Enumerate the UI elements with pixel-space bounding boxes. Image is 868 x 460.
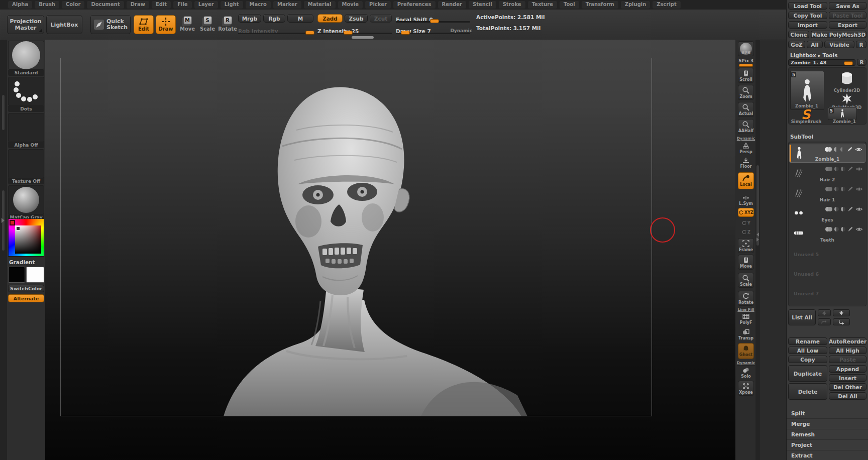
rotate-3d-button[interactable]: Rotate: [738, 291, 754, 306]
visibility-eye-icon[interactable]: [855, 147, 862, 152]
autoreorder-button[interactable]: AutoReorder: [829, 337, 866, 345]
cylinder3d-tool[interactable]: [831, 70, 863, 87]
move-down-button[interactable]: [833, 309, 850, 316]
split-section-header[interactable]: Split: [787, 408, 868, 418]
slider-knob[interactable]: [401, 31, 410, 35]
menu-layer[interactable]: Layer: [194, 1, 218, 9]
paste-tool-button[interactable]: Paste Tool: [829, 12, 866, 19]
frame-button[interactable]: Frame: [738, 238, 754, 253]
ghost-button[interactable]: Ghost: [738, 343, 754, 359]
projection-master-button[interactable]: Projection Master: [7, 15, 44, 34]
list-all-button[interactable]: List All: [788, 309, 816, 325]
edit-mode-button[interactable]: Edit: [134, 15, 154, 34]
menu-brush[interactable]: Brush: [35, 1, 59, 9]
menu-movie[interactable]: Movie: [338, 1, 363, 9]
menu-transform[interactable]: Transform: [582, 1, 618, 9]
polypaint-toggle-icon[interactable]: [825, 207, 832, 211]
mask-toggle-icon[interactable]: [841, 187, 845, 191]
goz-button[interactable]: GoZ: [788, 41, 805, 48]
goz-visible-button[interactable]: Visible: [824, 41, 854, 48]
goz-all-button[interactable]: All: [807, 41, 823, 48]
dynamic-solo-label[interactable]: Dynamic: [736, 361, 755, 365]
saturation-value-square[interactable]: [15, 225, 41, 254]
menu-macro[interactable]: Macro: [246, 1, 271, 9]
extract-section-header[interactable]: Extract: [787, 450, 868, 460]
z-intensity-slider[interactable]: Z Intensity 25: [317, 26, 392, 35]
scale-mode-button[interactable]: S Scale: [198, 16, 216, 32]
copy-tool-button[interactable]: Copy Tool: [788, 12, 827, 19]
move-mode-button[interactable]: M Move: [178, 16, 196, 32]
slider-knob[interactable]: [305, 31, 314, 35]
paint-brush-icon[interactable]: [847, 146, 853, 152]
paint-brush-icon[interactable]: [847, 206, 853, 212]
zombie-tool-thumbnail[interactable]: 5: [828, 107, 857, 120]
zadd-button[interactable]: Zadd: [317, 14, 343, 23]
delete-button[interactable]: Delete: [788, 383, 827, 400]
subtool-unused-slot[interactable]: Unused 7: [794, 291, 819, 296]
all-high-button[interactable]: All High: [829, 347, 866, 354]
slider-knob[interactable]: [844, 61, 853, 65]
lightbox-button[interactable]: LightBox: [46, 15, 82, 34]
menu-texture[interactable]: Texture: [528, 1, 557, 9]
subtool-row-hair1[interactable]: Hair 1: [789, 184, 865, 203]
append-button[interactable]: Append: [829, 365, 866, 373]
menu-draw[interactable]: Draw: [127, 1, 149, 9]
solo-button[interactable]: Solo: [738, 365, 754, 379]
nest-arrow-button[interactable]: [833, 318, 850, 325]
subtool-row-hair2[interactable]: Hair 2: [789, 164, 865, 183]
import-button[interactable]: Import: [788, 21, 827, 29]
paint-brush-icon[interactable]: [847, 226, 853, 232]
del-all-button[interactable]: Del All: [829, 392, 866, 400]
viewport-canvas[interactable]: [45, 40, 735, 460]
mask-toggle-icon[interactable]: [841, 167, 845, 171]
rotate-xyz-button[interactable]: XYZ: [738, 208, 754, 217]
persp-button[interactable]: Persp: [738, 141, 754, 155]
menu-tool[interactable]: Tool: [560, 1, 579, 9]
lsym-button[interactable]: L.Sym: [738, 193, 754, 206]
mask-toggle-icon[interactable]: [841, 207, 845, 211]
polypaint-toggle-icon[interactable]: [825, 227, 832, 232]
menu-alpha[interactable]: Alpha: [8, 1, 32, 9]
gradient-label[interactable]: Gradient: [9, 259, 35, 265]
slider-knob[interactable]: [430, 19, 439, 23]
rotate-z-button[interactable]: Z: [738, 228, 754, 236]
subtool-row-teeth[interactable]: Teeth: [789, 224, 865, 243]
slider-track[interactable]: [317, 33, 392, 34]
polypaint-toggle-icon[interactable]: [825, 167, 832, 171]
del-other-button[interactable]: Del Other: [829, 383, 866, 391]
scroll-button[interactable]: Scroll: [738, 68, 754, 83]
rotate-mode-button[interactable]: R Rotate: [219, 16, 237, 32]
local-button[interactable]: Local: [738, 172, 754, 189]
actual-button[interactable]: Actual: [738, 102, 754, 117]
menu-edit[interactable]: Edit: [152, 1, 171, 9]
menu-light[interactable]: Light: [221, 1, 243, 9]
spix-slider[interactable]: SPix 3: [738, 58, 754, 67]
zombie-sculpt[interactable]: [196, 70, 598, 416]
polyframe-button[interactable]: PolyF: [738, 311, 754, 325]
menu-render[interactable]: Render: [438, 1, 466, 9]
secondary-color-swatch[interactable]: [26, 267, 44, 283]
merge-section-header[interactable]: Merge: [787, 418, 868, 428]
alternate-button[interactable]: Alternate: [8, 294, 44, 302]
rgb-button[interactable]: Rgb: [263, 14, 285, 23]
insert-button[interactable]: Insert: [829, 374, 866, 382]
menu-zplugin[interactable]: Zplugin: [621, 1, 650, 9]
rename-button[interactable]: Rename: [788, 337, 827, 345]
scroll-left-icon[interactable]: [756, 233, 759, 237]
polypaint-toggle-icon[interactable]: [825, 147, 832, 152]
shelf-scrollbar[interactable]: [352, 36, 374, 39]
alpha-selector[interactable]: Alpha Off: [8, 113, 44, 148]
visibility-eye-icon[interactable]: [855, 226, 863, 232]
lightbox-tools-header[interactable]: Lightbox ▸ Tools: [788, 52, 866, 58]
visibility-eye-icon[interactable]: [855, 206, 863, 212]
mask-toggle-icon[interactable]: [841, 227, 845, 232]
menu-color[interactable]: Color: [62, 1, 84, 9]
goz-r-button[interactable]: R: [856, 41, 866, 48]
paint-brush-icon[interactable]: [847, 186, 853, 192]
subtool-unused-slot[interactable]: Unused 5: [794, 252, 819, 257]
material-selector[interactable]: MatCap Gray: [8, 185, 44, 220]
slider-track[interactable]: [238, 33, 313, 34]
scroll-right-icon[interactable]: [756, 238, 759, 242]
switch-color-button[interactable]: SwitchColor: [8, 285, 44, 292]
make-polymesh3d-button[interactable]: Make PolyMesh3D: [811, 31, 866, 38]
